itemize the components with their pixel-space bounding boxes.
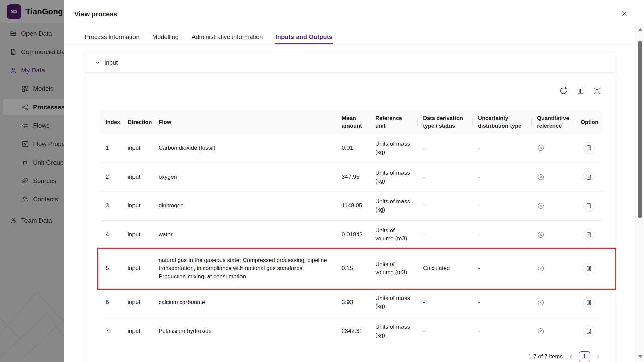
- chevron-right-icon[interactable]: [595, 353, 601, 360]
- table-row: 3 input dinitrogen 1148.05 Units of mass…: [100, 191, 602, 220]
- cell-uncertainty: -: [473, 220, 532, 249]
- pagination-summary: 1-7 of 7 items: [528, 353, 563, 360]
- cell-direction: input: [122, 220, 153, 249]
- profile-option-button[interactable]: [583, 325, 594, 337]
- table-toolbar: [100, 86, 601, 96]
- cell-option: [575, 317, 602, 346]
- tab-administrative-information[interactable]: Administrative information: [192, 29, 263, 44]
- cell-quantitative-reference: [532, 288, 575, 317]
- cell-mean-amount: 347.95: [336, 163, 370, 191]
- cell-option: [575, 191, 602, 220]
- cell-quantitative-reference: [532, 317, 575, 346]
- table-row: 2 input oxygen 347.95 Units of mass (kg)…: [100, 163, 602, 191]
- input-collapse-header[interactable]: Input: [85, 53, 617, 73]
- cell-option: [575, 249, 602, 288]
- pagination: 1-7 of 7 items 1: [100, 351, 601, 362]
- modal-body: Input Index: [64, 45, 636, 362]
- view-process-modal: View process Process information Modelli…: [64, 0, 644, 362]
- cell-reference-unit: Units of mass (kg): [370, 317, 418, 346]
- page-number-button[interactable]: 1: [579, 351, 590, 362]
- chevron-left-icon[interactable]: [568, 353, 574, 360]
- table-row: 7 input Potassium hydroxide 2342.31 Unit…: [100, 317, 602, 346]
- input-collapse-body: Index Direction Flow Mean amount Referen…: [85, 86, 617, 362]
- profile-option-button[interactable]: [583, 297, 594, 308]
- input-section-label: Input: [104, 59, 118, 66]
- col-header-mean-amount: Mean amount: [336, 110, 370, 134]
- tab-inputs-and-outputs[interactable]: Inputs and Outputs: [276, 29, 333, 44]
- scrollbar-thumb[interactable]: [638, 41, 642, 218]
- cell-mean-amount: 0.91: [336, 134, 370, 163]
- cell-flow: Carbon dioxide (fossil): [153, 134, 336, 163]
- cell-direction: input: [122, 191, 153, 220]
- cell-mean-amount: 1148.05: [336, 191, 370, 220]
- cell-mean-amount: 3.93: [336, 288, 370, 317]
- close-circle-icon: [537, 173, 570, 181]
- cell-index: 5: [100, 249, 122, 288]
- cell-data-derivation: -: [418, 317, 473, 346]
- cell-flow: Potassium hydroxide: [153, 317, 336, 346]
- vertical-scrollbar: [636, 23, 644, 362]
- col-header-direction: Direction: [122, 110, 153, 134]
- cell-flow: natural gas in the gaseous state; Compre…: [153, 249, 336, 288]
- close-icon[interactable]: [621, 10, 629, 19]
- tab-process-information[interactable]: Process information: [85, 29, 139, 44]
- cell-reference-unit: Units of mass (kg): [370, 288, 418, 317]
- cell-option: [575, 220, 602, 249]
- modal-header: View process: [64, 0, 644, 29]
- cell-uncertainty: -: [473, 249, 532, 288]
- profile-option-button[interactable]: [583, 263, 594, 274]
- cell-data-derivation: -: [418, 134, 473, 163]
- profile-option-button[interactable]: [583, 200, 594, 212]
- cell-index: 6: [100, 288, 122, 317]
- col-header-option: Option: [575, 110, 602, 134]
- scroll-up-arrow-icon[interactable]: [638, 28, 643, 31]
- modal-title: View process: [74, 10, 117, 18]
- close-circle-icon: [537, 299, 570, 306]
- cell-uncertainty: -: [473, 288, 532, 317]
- cell-quantitative-reference: [532, 220, 575, 249]
- col-header-reference-unit: Reference unit: [370, 110, 418, 134]
- cell-flow: dinitrogen: [153, 191, 336, 220]
- gear-icon[interactable]: [593, 86, 601, 95]
- table-row: 1 input Carbon dioxide (fossil) 0.91 Uni…: [100, 134, 602, 163]
- cell-direction: input: [122, 288, 153, 317]
- cell-option: [575, 134, 602, 163]
- profile-option-button[interactable]: [583, 229, 594, 240]
- input-collapse-panel: Input Index: [85, 53, 617, 362]
- row-height-icon[interactable]: [576, 86, 585, 95]
- scroll-down-arrow-icon[interactable]: [638, 355, 643, 358]
- col-header-uncertainty: Uncertainty distribution type: [473, 110, 532, 134]
- cell-direction: input: [122, 134, 153, 163]
- close-circle-icon: [537, 202, 570, 210]
- cell-reference-unit: Units of mass (kg): [370, 134, 418, 163]
- cell-index: 3: [100, 191, 122, 220]
- refresh-icon[interactable]: [559, 86, 568, 95]
- chevron-down-icon: [95, 60, 100, 65]
- profile-option-button[interactable]: [583, 171, 594, 183]
- cell-uncertainty: -: [473, 163, 532, 191]
- cell-reference-unit: Units of mass (kg): [370, 191, 418, 220]
- cell-index: 4: [100, 220, 122, 249]
- cell-reference-unit: Units of mass (kg): [370, 163, 418, 191]
- profile-option-button[interactable]: [583, 142, 594, 154]
- cell-flow: water: [153, 220, 336, 249]
- cell-direction: input: [122, 163, 153, 191]
- col-header-quantitative-reference: Quantitative reference: [532, 110, 575, 134]
- cell-direction: input: [122, 317, 153, 346]
- modal-tabs: Process information Modelling Administra…: [64, 29, 644, 45]
- close-circle-icon: [537, 231, 570, 239]
- cell-data-derivation: Calculated: [418, 249, 473, 288]
- table-row: 4 input water 0.01843 Units of volume (m…: [100, 220, 602, 249]
- tab-modelling[interactable]: Modelling: [152, 29, 178, 44]
- cell-uncertainty: -: [473, 317, 532, 346]
- cell-mean-amount: 2342.31: [336, 317, 370, 346]
- cell-option: [575, 288, 602, 317]
- cell-data-derivation: -: [418, 163, 473, 191]
- col-header-data-derivation: Data derivation type / status: [418, 110, 473, 134]
- close-circle-icon: [537, 144, 570, 152]
- cell-quantitative-reference: [532, 249, 575, 288]
- cell-quantitative-reference: [532, 191, 575, 220]
- table-row: 6 input calcium carbonate 3.93 Units of …: [100, 288, 602, 317]
- cell-flow: calcium carbonate: [153, 288, 336, 317]
- screen: TianGong LCA Open Data Commercial Data M…: [0, 0, 644, 362]
